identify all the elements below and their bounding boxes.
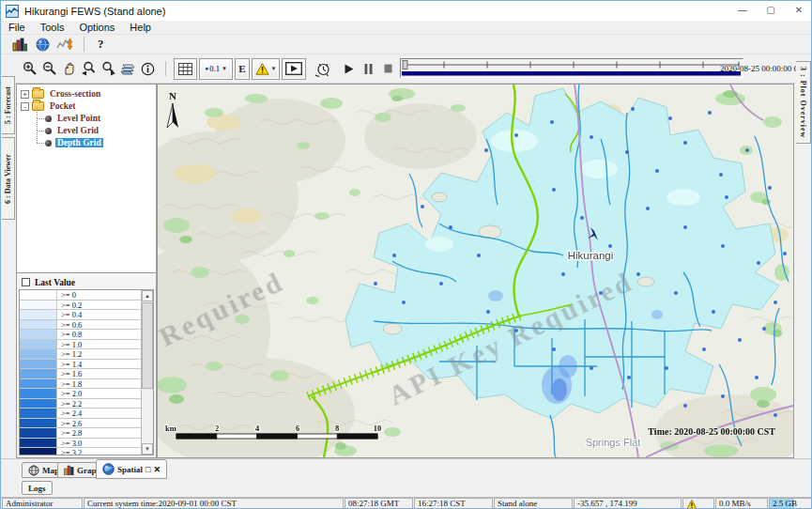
legend-row[interactable]: >= 2.6 bbox=[20, 419, 141, 429]
legend-value: >= 1.4 bbox=[57, 360, 141, 369]
legend-value: >= 0.4 bbox=[57, 310, 141, 319]
warning-threshold-dropdown[interactable]: ▼ bbox=[252, 58, 280, 80]
tree-item-level-point[interactable]: Level Point bbox=[34, 113, 156, 124]
maximize-button[interactable]: ▢ bbox=[757, 1, 785, 21]
legend-row[interactable]: >= 2.0 bbox=[20, 389, 141, 399]
info-icon[interactable] bbox=[138, 58, 158, 79]
tab-spatial[interactable]: Spatial □ ✕ bbox=[96, 459, 167, 479]
profile-button[interactable]: E bbox=[235, 58, 250, 80]
zoom-out-icon[interactable] bbox=[39, 58, 59, 79]
wire-globe-icon bbox=[28, 465, 39, 476]
pan-hand-icon[interactable] bbox=[59, 58, 79, 79]
legend-row[interactable]: >= 0.8 bbox=[20, 330, 141, 340]
memory-usage-label: 2.5 GB bbox=[773, 499, 797, 508]
legend-row[interactable]: >= 1.4 bbox=[20, 360, 141, 370]
menu-bar: File Tools Options Help bbox=[1, 21, 812, 35]
legend-value: >= 0.6 bbox=[57, 320, 141, 330]
tree-item-depth-grid[interactable]: Depth Grid bbox=[34, 137, 156, 148]
legend-color-swatch bbox=[20, 379, 57, 389]
legend-row[interactable]: >= 0.2 bbox=[20, 301, 141, 311]
layer-bullet-icon bbox=[45, 116, 52, 122]
legend-row[interactable]: >= 2.4 bbox=[20, 409, 141, 419]
scrollbar-thumb[interactable] bbox=[142, 302, 153, 389]
menu-tools[interactable]: Tools bbox=[33, 22, 72, 33]
profile-letter: E bbox=[238, 63, 245, 74]
legend-row[interactable]: >= 1.0 bbox=[20, 340, 141, 350]
legend-color-swatch bbox=[20, 409, 57, 418]
tree-item-level-grid[interactable]: Level Grid bbox=[34, 125, 156, 136]
status-warning-cell[interactable] bbox=[682, 498, 714, 509]
menu-file[interactable]: File bbox=[1, 22, 33, 33]
logs-button[interactable]: Logs bbox=[22, 481, 53, 495]
menu-help[interactable]: Help bbox=[122, 22, 159, 33]
tab-maximize-icon[interactable]: □ bbox=[146, 465, 150, 474]
legend-row[interactable]: >= 1.6 bbox=[20, 369, 141, 379]
scroll-down-icon[interactable]: ▼ bbox=[142, 443, 153, 455]
legend-color-swatch bbox=[20, 419, 57, 428]
tab-close-icon[interactable]: ✕ bbox=[153, 465, 161, 474]
tab-spatial-label: Spatial bbox=[117, 465, 143, 474]
play-button[interactable] bbox=[342, 60, 356, 77]
layer-panel: + Cross-section - Pocket Level Point Lev… bbox=[16, 84, 157, 458]
legend-color-swatch bbox=[20, 340, 57, 349]
contour-interval-dropdown[interactable]: ● 0.1 ▼ bbox=[199, 58, 233, 80]
tree-item-pocket[interactable]: - Pocket bbox=[21, 100, 156, 112]
pause-button[interactable] bbox=[361, 60, 375, 77]
warning-icon bbox=[686, 500, 697, 509]
tree-item-label: Depth Grid bbox=[55, 138, 103, 147]
status-mode: Stand alone bbox=[494, 498, 573, 509]
tab-data-viewer[interactable]: 6 : Data Viewer bbox=[2, 137, 15, 220]
time-slider[interactable] bbox=[400, 58, 743, 78]
animation-timer-icon[interactable] bbox=[314, 58, 333, 79]
legend-row[interactable]: >= 0.6 bbox=[20, 320, 141, 331]
legend-row[interactable]: >= 3.2 bbox=[20, 448, 141, 455]
tab-plot-overview-label: 3 : Plot Overview bbox=[799, 67, 807, 138]
close-button[interactable]: ✕ bbox=[785, 1, 812, 21]
legend-value: >= 2.6 bbox=[57, 419, 141, 428]
legend-color-swatch bbox=[20, 428, 57, 438]
layers-icon[interactable] bbox=[118, 58, 138, 79]
legend-row[interactable]: >= 3.0 bbox=[20, 439, 141, 449]
chart-display-icon[interactable] bbox=[54, 36, 76, 53]
minimize-button[interactable]: — bbox=[728, 1, 757, 21]
legend-scrollbar[interactable]: ▲ ▼ bbox=[141, 290, 153, 455]
legend-color-swatch bbox=[20, 369, 57, 378]
grid-display-button[interactable] bbox=[174, 58, 197, 80]
map-canvas[interactable]: Hikurangi Springs Flat API Key Required … bbox=[157, 84, 794, 458]
toolbar-separator bbox=[84, 37, 84, 52]
tree-item-cross-section[interactable]: + Cross-section bbox=[21, 88, 156, 100]
legend-row[interactable]: >= 1.8 bbox=[20, 379, 141, 390]
help-icon[interactable]: ? bbox=[92, 37, 110, 52]
legend-row[interactable]: >= 0 bbox=[20, 290, 141, 301]
legend-row[interactable]: >= 1.2 bbox=[20, 349, 141, 360]
time-slider-thumb[interactable] bbox=[403, 61, 407, 69]
animation-panel-button[interactable] bbox=[282, 58, 306, 80]
zoom-in-icon[interactable] bbox=[20, 58, 39, 79]
tab-forecast[interactable]: 5 : Forecast bbox=[2, 76, 15, 134]
status-user: Administrator bbox=[2, 498, 83, 509]
legend-value: >= 2.8 bbox=[57, 428, 141, 438]
zoom-next-icon[interactable] bbox=[99, 58, 118, 79]
globe-icon[interactable] bbox=[31, 36, 54, 53]
legend-value: >= 1.0 bbox=[57, 340, 141, 349]
legend-color-swatch bbox=[20, 360, 57, 369]
collapse-icon[interactable]: - bbox=[21, 102, 29, 111]
tab-plot-overview[interactable]: 3 : Plot Overview bbox=[796, 61, 811, 144]
legend-color-swatch bbox=[20, 389, 57, 398]
legend-row[interactable]: >= 2.2 bbox=[20, 399, 141, 409]
tree-item-label: Pocket bbox=[48, 101, 77, 111]
last-value-checkbox[interactable] bbox=[22, 278, 30, 286]
legend-row[interactable]: >= 0.4 bbox=[20, 310, 141, 320]
scroll-up-icon[interactable]: ▲ bbox=[142, 290, 153, 301]
legend-row[interactable]: >= 2.8 bbox=[20, 428, 141, 439]
expand-icon[interactable]: + bbox=[21, 90, 29, 99]
zoom-previous-icon[interactable] bbox=[79, 58, 99, 79]
stop-button[interactable] bbox=[381, 60, 395, 77]
status-gmt-time: 08:27:18 GMT bbox=[345, 498, 413, 509]
title-bar[interactable]: Hikurangi FEWS (Stand alone) — ▢ ✕ bbox=[1, 1, 812, 21]
tree-item-label: Level Point bbox=[55, 114, 102, 123]
main-toolbar: ? bbox=[1, 35, 812, 54]
north-label: N bbox=[169, 90, 176, 101]
database-icon[interactable] bbox=[8, 36, 31, 53]
menu-options[interactable]: Options bbox=[71, 22, 122, 33]
